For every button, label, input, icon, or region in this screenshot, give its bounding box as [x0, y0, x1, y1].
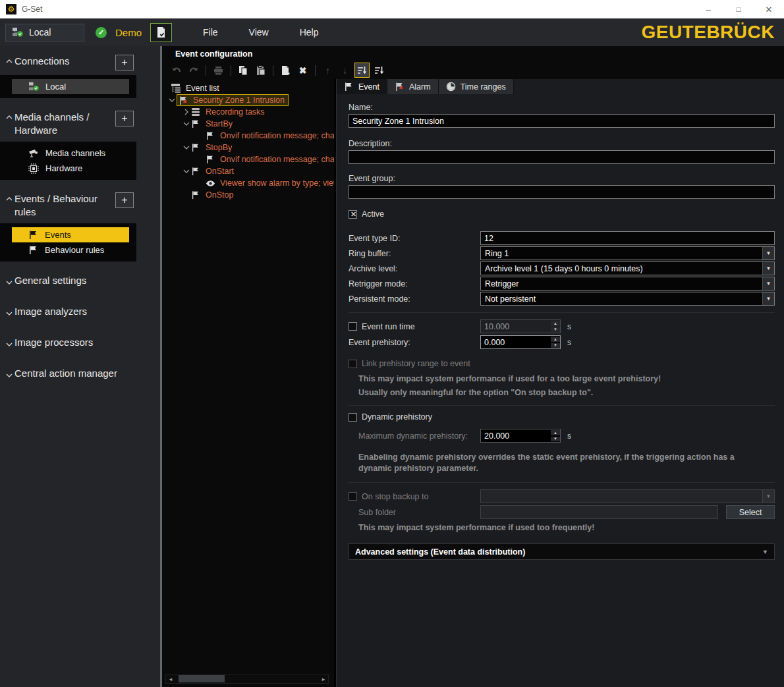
- toolbar: ✖ ↑ ↓: [162, 61, 784, 79]
- archive-level-select[interactable]: Archive level 1 (15 days 0 hours 0 minut…: [480, 261, 775, 275]
- advanced-settings-header[interactable]: Advanced settings (Event data distributi…: [349, 543, 775, 560]
- tree-node-event-list[interactable]: Event list: [162, 82, 334, 94]
- menu-help[interactable]: Help: [300, 27, 319, 38]
- max-dynamic-prehistory-input[interactable]: [481, 429, 549, 442]
- sidebar-section-media-hardware[interactable]: Media channels / Hardware +: [0, 111, 160, 137]
- tree-node-stopby[interactable]: StopBy: [162, 142, 334, 153]
- menu-view[interactable]: View: [249, 27, 269, 38]
- network-icon: [28, 82, 39, 92]
- undo-icon: [171, 66, 182, 75]
- sidebar: Connections + Local Media channels / Har…: [0, 46, 160, 687]
- mode-label: Demo: [115, 27, 142, 38]
- sort-mode-button-active[interactable]: [354, 63, 370, 78]
- event-type-id-input[interactable]: [480, 231, 775, 245]
- scrollbar-thumb[interactable]: [179, 675, 225, 682]
- sub-folder-input[interactable]: [480, 505, 718, 519]
- sidebar-section-events-rules[interactable]: Events / Behaviour rules +: [0, 192, 160, 219]
- sidebar-section-central-action-manager[interactable]: Central action manager: [0, 367, 160, 380]
- menu-file[interactable]: File: [203, 27, 218, 38]
- chevron-down-icon[interactable]: [182, 145, 191, 150]
- link-prehistory-checkbox[interactable]: [349, 360, 357, 368]
- scroll-left-icon[interactable]: ◂: [166, 676, 175, 682]
- move-up-button[interactable]: ↑: [320, 63, 335, 78]
- event-run-time-spinner: ▲▼: [480, 319, 561, 333]
- spin-up-icon[interactable]: ▲: [551, 321, 560, 326]
- horizontal-scrollbar[interactable]: ◂ ▸: [165, 674, 329, 684]
- chevron-up-icon: [5, 196, 13, 202]
- tree-node-recording-tasks[interactable]: Recording tasks: [162, 106, 334, 118]
- name-input[interactable]: [349, 114, 775, 128]
- maximize-button[interactable]: □: [723, 0, 754, 18]
- archive-level-row: Archive level: Archive level 1 (15 days …: [349, 261, 775, 275]
- chevron-right-icon[interactable]: [182, 109, 191, 115]
- chevron-down-icon[interactable]: [182, 121, 191, 126]
- move-down-button[interactable]: ↓: [337, 63, 352, 78]
- tree-node-onstart[interactable]: OnStart: [162, 165, 334, 177]
- tree-node-onstop[interactable]: OnStop: [162, 189, 334, 201]
- dynamic-prehistory-checkbox[interactable]: [349, 413, 357, 422]
- spin-up-icon[interactable]: ▲: [551, 430, 560, 435]
- active-checkbox[interactable]: [349, 210, 357, 219]
- alarm-flag-icon: [395, 82, 405, 92]
- description-input[interactable]: [349, 150, 775, 164]
- spin-up-icon[interactable]: ▲: [551, 337, 560, 342]
- minimize-button[interactable]: –: [693, 0, 723, 18]
- event-run-time-input[interactable]: [481, 320, 549, 333]
- print-button[interactable]: [211, 63, 226, 78]
- select-folder-button[interactable]: Select: [726, 505, 775, 519]
- copy-button[interactable]: [236, 63, 251, 78]
- close-button[interactable]: ✕: [754, 0, 784, 18]
- tree-node-onvif-start[interactable]: Onvif notification message; chan: [162, 130, 334, 142]
- tab-alarm[interactable]: Alarm: [387, 79, 439, 94]
- paste-button[interactable]: [253, 63, 268, 78]
- spin-down-icon[interactable]: ▼: [551, 437, 560, 442]
- section-title: Central action manager: [14, 367, 117, 380]
- sidebar-section-connections[interactable]: Connections +: [0, 55, 160, 70]
- ring-buffer-select[interactable]: Ring 1 ▼: [480, 246, 775, 260]
- event-group-input[interactable]: [349, 185, 775, 199]
- add-connection-button[interactable]: +: [115, 55, 134, 70]
- sidebar-item-local[interactable]: Local: [12, 79, 129, 94]
- event-prehistory-input[interactable]: [481, 336, 549, 348]
- sidebar-section-image-analyzers[interactable]: Image analyzers: [0, 305, 160, 318]
- on-stop-backup-select[interactable]: ▼: [480, 489, 775, 503]
- persistent-mode-select[interactable]: Not persistent ▼: [480, 292, 775, 306]
- chevron-down-icon[interactable]: ▼: [762, 292, 774, 305]
- sidebar-item-media-channels[interactable]: Media channels: [12, 146, 129, 161]
- tree-node-viewer-show-alarm[interactable]: Viewer show alarm by type; viewe: [162, 177, 334, 189]
- sidebar-item-behaviour-rules[interactable]: Behaviour rules: [12, 242, 129, 258]
- spin-down-icon[interactable]: ▼: [551, 343, 560, 348]
- add-event-button[interactable]: +: [115, 192, 134, 208]
- chevron-down-icon[interactable]: [167, 97, 177, 103]
- tab-event[interactable]: Event: [337, 79, 387, 94]
- retrigger-mode-select[interactable]: Retrigger ▼: [480, 277, 775, 290]
- tab-time-ranges[interactable]: Time ranges: [439, 79, 514, 94]
- chevron-down-icon[interactable]: ▼: [762, 247, 774, 260]
- connection-selector[interactable]: Local: [5, 24, 84, 41]
- add-event-toolbar-button[interactable]: [278, 63, 293, 78]
- on-stop-backup-checkbox[interactable]: [349, 492, 357, 501]
- sidebar-section-image-processors[interactable]: Image processors: [0, 336, 160, 349]
- redo-button[interactable]: [186, 63, 201, 78]
- toolbar-separator: [206, 65, 206, 76]
- sidebar-item-events[interactable]: Events: [12, 227, 129, 242]
- apply-configuration-button[interactable]: [150, 23, 172, 42]
- retrigger-mode-label: Retrigger mode:: [349, 279, 480, 289]
- sidebar-section-general-settings[interactable]: General settings: [0, 274, 160, 287]
- add-media-channel-button[interactable]: +: [115, 111, 134, 126]
- spin-down-icon[interactable]: ▼: [551, 327, 560, 333]
- chevron-down-icon[interactable]: ▼: [762, 490, 774, 503]
- undo-button[interactable]: [169, 63, 184, 78]
- sidebar-item-hardware[interactable]: Hardware: [12, 161, 129, 176]
- tree-node-onvif-stop[interactable]: Onvif notification message; chan: [162, 153, 334, 165]
- delete-button[interactable]: ✖: [295, 63, 310, 78]
- scroll-right-icon[interactable]: ▸: [319, 676, 328, 682]
- chevron-down-icon[interactable]: ▼: [762, 277, 774, 290]
- event-run-time-checkbox[interactable]: [349, 322, 357, 331]
- tree-node-startby[interactable]: StartBy: [162, 118, 334, 130]
- tree-node-security-zone-1-intrusion[interactable]: Security Zone 1 Intrusion: [162, 94, 334, 106]
- sidebar-item-label: Hardware: [45, 163, 82, 173]
- sort-mode-button[interactable]: [372, 63, 387, 78]
- chevron-down-icon[interactable]: ▼: [762, 262, 774, 275]
- chevron-down-icon[interactable]: [182, 169, 191, 174]
